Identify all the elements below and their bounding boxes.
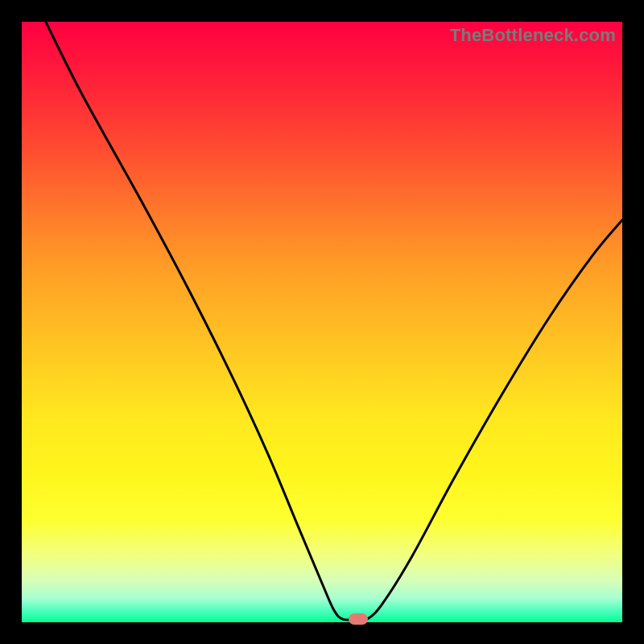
plot-area: TheBottleneck.com — [22, 22, 622, 622]
optimum-marker — [349, 613, 368, 625]
chart-frame: TheBottleneck.com — [0, 0, 644, 644]
bottleneck-curve — [22, 22, 622, 622]
